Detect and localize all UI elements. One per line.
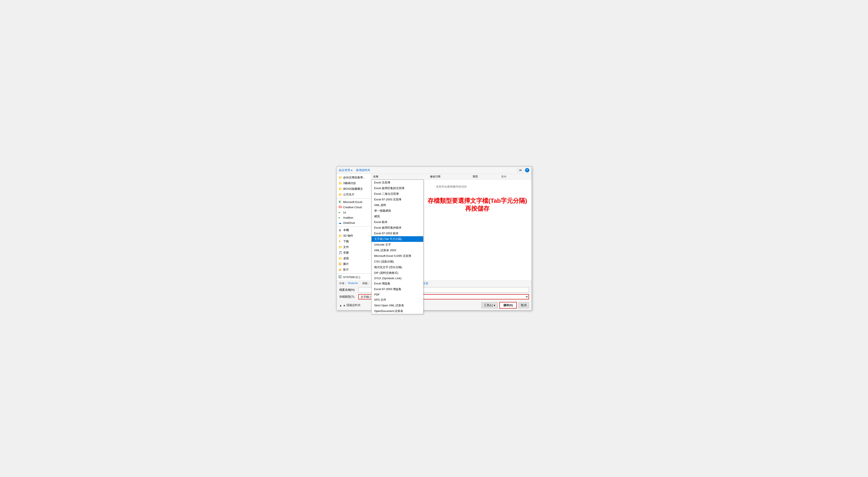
dropdown-item-excel-97-2003[interactable]: Excel 97-2003 活頁簿 xyxy=(372,197,423,202)
dropdown-item-excel-addin[interactable]: Excel 增益集 xyxy=(372,281,423,287)
sidebar-item-company[interactable]: 📁 公司名片 xyxy=(337,192,371,197)
folder-icon: 📁 xyxy=(338,187,342,190)
video-icon: 📽 xyxy=(338,268,342,271)
toolbar-right: ≡▾ ? xyxy=(517,168,529,172)
download-icon: ⬇ xyxy=(338,240,342,243)
circle-icon: ● xyxy=(338,216,342,219)
sidebar-item-documents[interactable]: 📁 文件 xyxy=(337,244,371,250)
sidebar-item-1x[interactable]: ● 1x xyxy=(337,210,371,215)
filetype-dropdown: Excel 活頁簿 Excel 啟用巨集的活頁簿 Excel 二進位活頁簿 Ex… xyxy=(371,180,424,314)
view-button[interactable]: ≡▾ xyxy=(517,168,523,172)
filetype-label: 存檔類型(T): xyxy=(339,295,356,299)
col-name-header[interactable]: 名稱 xyxy=(373,175,430,178)
filename-label: 檔案名稱(N): xyxy=(339,288,356,292)
sidebar-item-audition[interactable]: ● Audition xyxy=(337,215,371,220)
dropdown-item-unicode-text[interactable]: Unicode 文字 xyxy=(372,242,423,247)
dropdown-item-excel-macro-template[interactable]: Excel 啟用巨集的範本 xyxy=(372,225,423,231)
action-row: ▲ ▲ 隱藏資料夾 工具(L) ▾ 儲存(S) 取消 xyxy=(337,300,531,310)
sidebar-item-desktop[interactable]: 📁 桌面 xyxy=(337,256,371,261)
dropdown-item-xps[interactable]: XPS 文件 xyxy=(372,297,423,303)
sidebar: 📁 @待店專區教學... 📁 3條碼付款 📁 iBOSS險書圖文 📁 公司名片 … xyxy=(337,174,371,280)
sidebar-item-3d-objects[interactable]: 📁 3D 物件 xyxy=(337,233,371,239)
main-area: 📁 @待店專區教學... 📁 3條碼付款 📁 iBOSS險書圖文 📁 公司名片 … xyxy=(337,174,531,280)
folder-icon: 📁 xyxy=(338,257,342,260)
circle-icon: ● xyxy=(338,211,342,214)
dropdown-item-excel-5095[interactable]: Microsoft Excel 5.0/95 活頁簿 xyxy=(372,253,423,259)
toolbar: 組合管理 ▾ 新增資料夾 ≡▾ ? xyxy=(337,167,531,174)
author-field: 作者： Snow.hu xyxy=(339,281,358,285)
onedrive-icon: ☁ xyxy=(338,221,342,225)
dropdown-item-excel-binary[interactable]: Excel 二進位活頁簿 xyxy=(372,191,423,197)
annotation-box: 存檔類型要選擇文字檔(Tab字元分隔) 再按儲存 xyxy=(428,197,527,213)
hidden-folders-toggle[interactable]: ▲ ▲ 隱藏資料夾 xyxy=(339,303,361,307)
dropdown-item-opendocument[interactable]: OpenDocument 試算表 xyxy=(372,308,423,314)
author-label: 作者： xyxy=(339,281,347,285)
dropdown-item-sylk[interactable]: SYLK (Symbolic Link) xyxy=(372,276,423,281)
dropdown-item-xml-spreadsheet[interactable]: XML 試算表 2003 xyxy=(372,247,423,253)
pictures-icon: 🖼 xyxy=(338,262,342,266)
creative-cloud-icon: Cc xyxy=(338,205,342,209)
folder-icon: 📁 xyxy=(338,193,342,196)
computer-icon: 🖥 xyxy=(338,229,342,232)
new-folder-button[interactable]: 新增資料夾 xyxy=(356,168,370,172)
dropdown-item-excel-template[interactable]: Excel 範本 xyxy=(372,219,423,225)
organize-button[interactable]: 組合管理 ▾ xyxy=(339,168,352,172)
save-dialog: 組合管理 ▾ 新增資料夾 ≡▾ ? 📁 @待店專區教學... 📁 3條碼付款 📁… xyxy=(337,167,532,310)
author-value: Snow.hu xyxy=(348,281,358,285)
dropdown-item-excel-workbook[interactable]: Excel 活頁簿 xyxy=(372,180,423,185)
dropdown-item-csv[interactable]: CSV (逗點分隔) xyxy=(372,259,423,264)
dropdown-item-single-page[interactable]: 單一檔案網頁 xyxy=(372,208,423,214)
content-main: 沒有符合搜尋條件的項目 Excel 活頁簿 Excel 啟用巨集的活頁簿 Exc… xyxy=(371,180,531,280)
folder-icon: 📁 xyxy=(338,176,342,179)
tags-label: 標籤： xyxy=(362,281,370,285)
sidebar-item-pictures[interactable]: 🖼 圖片 xyxy=(337,261,371,267)
excel-icon: X xyxy=(338,200,342,204)
sidebar-item-stripe[interactable]: 📁 3條碼付款 xyxy=(337,180,371,186)
annotation-line2: 再按儲存 xyxy=(428,205,527,213)
dropdown-item-excel-97-2003-template[interactable]: Excel 97-2003 範本 xyxy=(372,231,423,236)
cancel-button[interactable]: 取消 xyxy=(519,302,529,308)
dropdown-item-strict-open-xml[interactable]: Strict Open XML 試算表 xyxy=(372,303,423,308)
dropdown-item-formatted-text[interactable]: 格式化文字 (空白分隔) xyxy=(372,264,423,270)
tools-button[interactable]: 工具(L) ▾ xyxy=(482,302,498,308)
bottom-area: 作者： Snow.hu 標籤： 新增標記 標題： 新增標題 主旨： 指定主題 檔… xyxy=(337,280,531,310)
filename-row: 檔案名稱(N): xyxy=(337,287,531,293)
dropdown-item-webpage[interactable]: 網頁 xyxy=(372,214,423,219)
annotation-line1: 存檔類型要選擇文字檔(Tab字元分隔) xyxy=(428,197,527,205)
music-icon: 🎵 xyxy=(338,251,342,255)
sidebar-item-creative-cloud[interactable]: Cc Creative Cloud xyxy=(337,205,371,210)
folder-icon: 📁 xyxy=(338,181,342,185)
sidebar-item-downloads[interactable]: ⬇ 下載 xyxy=(337,239,371,244)
filetype-row: 存檔類型(T): Excel 活頁簿Excel 啟用巨集的活頁簿Excel 二進… xyxy=(337,293,531,300)
col-date-header[interactable]: 修改日期 xyxy=(430,175,473,178)
chevron-up-icon: ▲ xyxy=(339,304,342,307)
dropdown-item-text-tab[interactable]: 文字檔 (Tab 字元分隔) xyxy=(372,236,423,242)
dropdown-item-excel-macro[interactable]: Excel 啟用巨集的活頁簿 xyxy=(372,185,423,191)
col-size-header[interactable]: 大小 xyxy=(501,175,530,178)
dropdown-item-excel-97-2003-addin[interactable]: Excel 97-2003 增益集 xyxy=(372,287,423,292)
col-type-header[interactable]: 類型 xyxy=(473,175,501,178)
chevron-down-icon: ▾ xyxy=(351,169,352,172)
content-area: 名稱 修改日期 類型 大小 沒有符合搜尋條件的項目 Excel 活頁簿 Exce… xyxy=(371,174,531,280)
sidebar-item-onedrive[interactable]: ☁ OneDrive xyxy=(337,220,371,226)
sidebar-item-this-pc[interactable]: 🖥 本機 xyxy=(337,227,371,233)
help-button[interactable]: ? xyxy=(525,168,529,172)
sidebar-item-iboss[interactable]: 📁 iBOSS險書圖文 xyxy=(337,186,371,192)
chevron-down-icon: ▾ xyxy=(494,304,495,307)
metadata-row: 作者： Snow.hu 標籤： 新增標記 標題： 新增標題 主旨： 指定主題 xyxy=(337,281,531,287)
dropdown-item-dif[interactable]: DIF (資料交換格式) xyxy=(372,270,423,276)
sidebar-item-excel[interactable]: X Microsoft Excel xyxy=(337,199,371,205)
save-button[interactable]: 儲存(S) xyxy=(499,302,517,308)
dropdown-item-xml-data[interactable]: XML 資料 xyxy=(372,202,423,208)
sidebar-item-videos[interactable]: 📽 影片 xyxy=(337,267,371,272)
folder-icon: 📁 xyxy=(338,245,342,249)
dropdown-item-pdf[interactable]: PDF xyxy=(372,292,423,297)
sidebar-item-music[interactable]: 🎵 音樂 xyxy=(337,250,371,256)
drive-icon: 💽 xyxy=(338,275,342,279)
folder-icon: 📁 xyxy=(338,234,342,238)
column-header: 名稱 修改日期 類型 大小 xyxy=(371,174,531,180)
sidebar-item-shop[interactable]: 📁 @待店專區教學... xyxy=(337,175,371,180)
sidebar-item-system-c[interactable]: 💽 SYSTEM (C:) xyxy=(337,274,371,280)
